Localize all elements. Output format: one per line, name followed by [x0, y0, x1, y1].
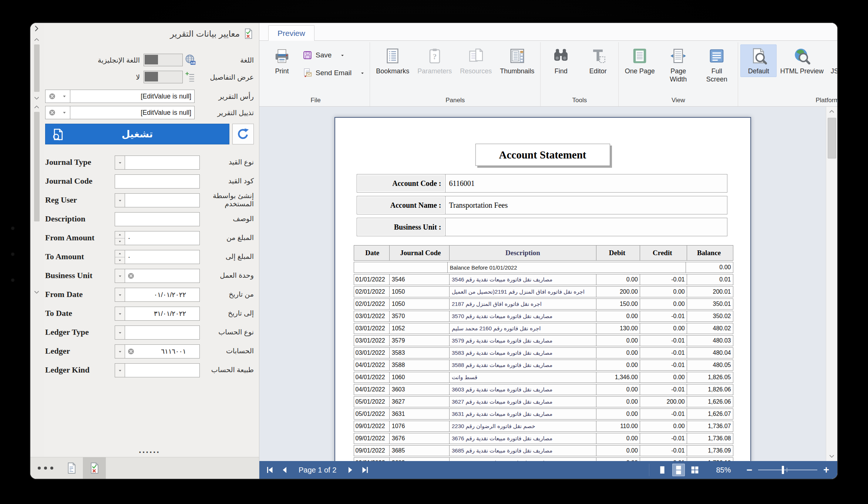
- two-page-view-button[interactable]: [672, 464, 685, 476]
- ribbon-group-label: Panels: [372, 96, 538, 106]
- scroll-up-button[interactable]: [32, 103, 41, 111]
- panel-splitter-handle[interactable]: ......: [45, 446, 254, 457]
- report-footer-input[interactable]: [EditValue is null]: [70, 106, 195, 119]
- tab-preview[interactable]: Preview: [268, 25, 314, 41]
- description-cell: خصم نقل فاتوره الرضوان رقم 2230: [449, 421, 596, 431]
- field-input-journal-type[interactable]: [125, 156, 200, 170]
- scrollbar-thumb[interactable]: [828, 118, 836, 158]
- field-input-to-amount[interactable]: ٠: [125, 250, 200, 264]
- language-toggle[interactable]: [144, 54, 183, 66]
- description-cell: اجره نقل فاتوره رقم 2160 محمد سليم: [449, 323, 596, 334]
- html-preview-button[interactable]: HTML Preview: [777, 44, 826, 77]
- document-map-tab[interactable]: [60, 457, 83, 479]
- find-button[interactable]: Find: [543, 44, 579, 77]
- field-input-from-amount[interactable]: ٠: [125, 231, 200, 245]
- one-page-icon: [631, 47, 648, 64]
- default-button[interactable]: Default: [740, 44, 777, 77]
- next-page-button[interactable]: [345, 465, 355, 475]
- zoom-slider-handle[interactable]: [782, 466, 784, 474]
- statusbar-separator: [649, 464, 649, 476]
- dropdown-caret-icon[interactable]: [115, 307, 125, 321]
- description-cell: اجره نقل فاتوره افاق المنزل رقم 2191(تحص…: [449, 287, 596, 297]
- more-panels-button[interactable]: [30, 457, 60, 479]
- details-toggle[interactable]: [144, 71, 183, 83]
- dropdown-caret-icon[interactable]: [115, 326, 125, 340]
- scroll-down-button[interactable]: [32, 94, 41, 102]
- search-document-icon: [51, 128, 64, 141]
- clear-icon[interactable]: [48, 93, 56, 100]
- zoom-in-button[interactable]: +: [823, 465, 829, 475]
- parameters-tab-selected[interactable]: [83, 457, 106, 479]
- dropdown-caret-icon[interactable]: [62, 94, 67, 99]
- collapse-panel-button[interactable]: [32, 24, 41, 33]
- scroll-down-button[interactable]: [826, 451, 837, 461]
- scroll-down-button[interactable]: [32, 288, 41, 296]
- spinner-buttons[interactable]: [115, 231, 125, 245]
- page-width-button[interactable]: Page Width: [659, 44, 697, 85]
- first-page-button[interactable]: [265, 465, 275, 475]
- bookmarks-button[interactable]: Bookmarks: [372, 44, 413, 77]
- button-label: Print: [275, 67, 289, 76]
- run-report-button[interactable]: تشغيل: [45, 124, 229, 144]
- description-cell: اجره نقل فاتوره افاق المنزل رقم 2187: [449, 299, 596, 309]
- dropdown-caret-icon[interactable]: [115, 193, 125, 207]
- scrollbar-thumb[interactable]: [34, 44, 40, 92]
- zoom-out-button[interactable]: −: [746, 465, 752, 475]
- chevron-up-icon: [828, 108, 835, 115]
- dropdown-caret-icon[interactable]: [115, 363, 125, 377]
- dropdown-caret-icon[interactable]: [115, 288, 125, 302]
- previous-page-button[interactable]: [280, 465, 290, 475]
- dropdown-caret-icon[interactable]: [62, 110, 67, 115]
- editor-button[interactable]: Editor: [580, 44, 616, 77]
- dropdown-caret-icon[interactable]: [115, 156, 125, 170]
- field-label-en: Journal Code: [45, 176, 115, 186]
- ribbon-tabstrip: Preview: [259, 23, 837, 41]
- report-info-row: Business Unit :: [357, 218, 727, 236]
- thumbnails-button[interactable]: Thumbnails: [496, 44, 538, 77]
- field-input-ledger-type[interactable]: [125, 326, 200, 340]
- chevron-down-icon: [33, 289, 40, 296]
- button-label: Resources: [460, 67, 492, 76]
- journal-code-cell: 1050: [389, 287, 449, 297]
- refresh-button[interactable]: [232, 124, 254, 144]
- last-page-button[interactable]: [360, 465, 370, 475]
- info-label: Business Unit :: [357, 218, 445, 236]
- dropdown-caret-icon[interactable]: [115, 344, 125, 358]
- field-input-business-unit[interactable]: [125, 269, 200, 283]
- zoom-slider[interactable]: [758, 470, 817, 470]
- report-header-input[interactable]: [EditValue is null]: [70, 90, 195, 103]
- js-preview-button[interactable]: JS Preview: [827, 44, 837, 77]
- field-input-to-date[interactable]: ٣١/٠١/٢٠٢٢: [125, 307, 200, 321]
- multi-page-view-button[interactable]: [689, 464, 701, 476]
- field-input-journal-code[interactable]: [115, 174, 200, 188]
- field-input-reg-user[interactable]: [125, 193, 200, 207]
- scroll-up-button[interactable]: [826, 107, 837, 116]
- field-input-ledger-kind[interactable]: [125, 363, 200, 377]
- clear-icon[interactable]: [48, 109, 56, 116]
- full-screen-button[interactable]: Full Screen: [698, 44, 736, 85]
- debit-cell: 0.00: [596, 445, 640, 456]
- description-cell: مصاريف نقل فاتورة مبيعات نقدية رقم 3631: [449, 409, 596, 419]
- field-input-description[interactable]: [115, 212, 200, 226]
- spinner-buttons[interactable]: [115, 250, 125, 264]
- save-button[interactable]: Save: [302, 48, 365, 62]
- one-page-button[interactable]: One Page: [621, 44, 659, 77]
- clear-icon[interactable]: [127, 348, 135, 355]
- single-page-view-button[interactable]: [656, 464, 669, 476]
- dropdown-caret-icon[interactable]: [115, 269, 125, 283]
- menu-caret-icon[interactable]: [360, 70, 365, 76]
- scrollbar-thumb[interactable]: [34, 112, 40, 221]
- balance-cell: 350.01: [687, 299, 733, 309]
- clear-icon[interactable]: [127, 272, 135, 280]
- chevron-right-icon: [33, 25, 40, 32]
- field-label-ar: إنشئ بواسطة المستخدم: [200, 192, 254, 208]
- scroll-up-button[interactable]: [32, 36, 41, 44]
- journal-code-cell: 3631: [389, 409, 449, 419]
- send-email-button[interactable]: Send Email: [302, 66, 365, 80]
- balance-cell: 350.02: [687, 311, 733, 321]
- print-button[interactable]: Print: [264, 44, 300, 77]
- field-label-ar: طبيعة الحساب: [200, 366, 254, 374]
- menu-caret-icon[interactable]: [340, 53, 345, 58]
- field-input-from-date[interactable]: ٠١/٠١/٢٠٢٢: [125, 288, 200, 302]
- field-input-ledger[interactable]: ٦١١٦٠٠١: [125, 344, 200, 358]
